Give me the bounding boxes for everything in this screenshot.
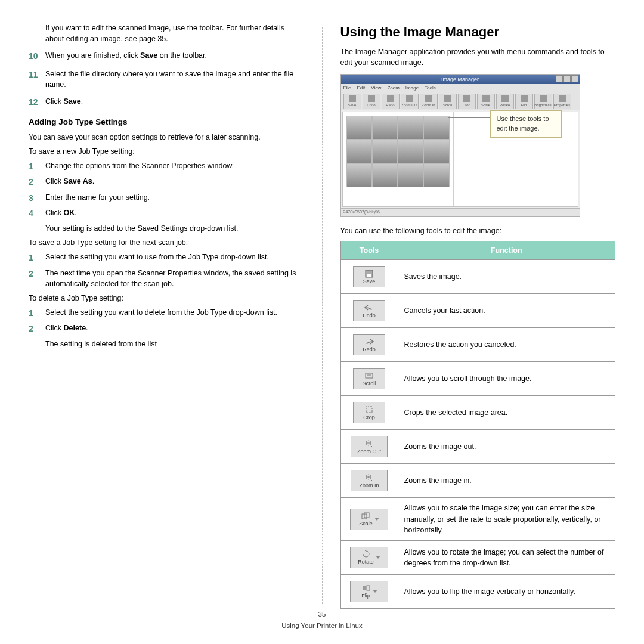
svg-line-5 [370,445,373,447]
flip-tool: Flip [350,581,388,602]
tb-zoomout: Zoom Out [401,94,419,109]
step-10: 10 When you are finished, click Save on … [29,50,304,62]
tb-scroll: Scroll [439,94,457,109]
svg-rect-13 [363,586,366,590]
paragraph: To save a new Job Type setting: [29,146,304,157]
substep: 2Click Delete. [29,323,304,335]
note: Your setting is added to the Saved Setti… [29,223,304,234]
tb-scale: Scale [477,94,495,109]
table-row: Rotate Allows you to rotate the image; y… [340,540,615,574]
zoom-out-tool: Zoom Out [351,436,388,457]
paragraph: To delete a Job Type setting: [29,293,304,304]
substep: 4Click OK. [29,208,304,219]
table-row: RedoRestores the action you canceled. [340,328,615,362]
table-row: UndoCancels your last action. [340,294,615,328]
tb-redo: Redo [382,94,400,109]
dropdown-arrow-icon [373,590,377,593]
table-row: Zoom OutZooms the image out. [340,430,615,464]
image-manager-screenshot: Image Manager FileEditViewZoomImageTools… [340,74,580,217]
substep: 2Click Save As. [29,176,304,188]
th-function: Function [398,242,615,260]
status-bar: 2478×3507(8-bit)96 [341,208,580,216]
undo-icon [364,304,374,312]
table-row: CropCrops the selected image area. [340,396,615,430]
tb-save: Save [343,94,361,109]
scale-tool: Scale [350,509,388,530]
table-intro: You can use the following tools to edit … [340,225,616,236]
zoom-in-icon [364,473,374,482]
column-divider [322,27,323,604]
window-title: Image Manager [341,75,580,84]
table-row: ScrollAllows you to scroll through the i… [340,362,615,396]
svg-line-8 [370,479,373,481]
svg-rect-1 [367,274,371,277]
page-number: 35 [0,609,644,620]
tb-flip: Flip [515,94,533,109]
table-row: SaveSaves the image. [340,260,615,294]
thumbnail-panel [343,112,454,206]
tools-table: Tools Function SaveSaves the image. Undo… [340,241,616,609]
table-row: Zoom InZooms the image in. [340,464,615,498]
step-11: 11 Select the file directory where you w… [29,69,304,90]
note: The setting is deleted from the list [29,339,304,349]
dropdown-arrow-icon [376,556,380,559]
substep: 1Select the setting you want to use from… [29,252,304,264]
paragraph: You can save your scan option settings t… [29,132,304,143]
heading-image-manager: Using the Image Manager [340,23,616,42]
substep: 3Enter the name for your setting. [29,192,304,204]
heading-job-type: Adding Job Type Settings [29,116,304,128]
paragraph: To save a Job Type setting for the next … [29,237,304,248]
tb-zoomin: Zoom In [420,94,438,109]
callout-box: Use these tools to edit the image. [490,110,562,138]
flip-icon [361,584,371,592]
tb-brightness: Brightness [534,94,552,109]
menu-bar: FileEditViewZoomImageTools [341,84,580,92]
tb-crop: Crop [458,94,476,109]
callout-line [448,117,490,118]
step-12: 12 Click Save. [29,96,304,108]
crop-tool: Crop [353,402,385,423]
intro-text: If you want to edit the scanned image, u… [29,23,304,44]
footer: 35 Using Your Printer in Linux [0,609,644,631]
save-tool: Save [353,266,385,287]
scroll-tool: Scroll [353,368,385,389]
svg-rect-14 [367,586,370,590]
dropdown-arrow-icon [374,518,379,521]
rotate-icon [361,550,371,558]
substep: 1Select the setting you want to delete f… [29,307,304,319]
window-controls [556,75,578,82]
tb-rotate: Rotate [496,94,514,109]
table-row: Scale Allows you to scale the image size… [340,498,615,540]
substep: 1Change the options from the Scanner Pro… [29,160,304,172]
substep: 2The next time you open the Scanner Prop… [29,268,304,289]
footer-title: Using Your Printer in Linux [0,621,644,631]
svg-rect-3 [366,407,372,413]
crop-icon [364,405,374,414]
redo-icon [364,338,374,346]
zoom-in-tool: Zoom In [351,470,388,491]
undo-tool: Undo [353,300,385,321]
th-tools: Tools [340,242,398,260]
scale-icon [361,512,370,520]
zoom-out-icon [364,439,374,448]
tb-properties: Properties [553,94,571,109]
scroll-icon [364,371,374,380]
tb-undo: Undo [363,94,380,109]
redo-tool: Redo [353,334,385,355]
rotate-tool: Rotate [350,547,388,568]
toolbar: Save Undo Redo Zoom Out Zoom In Scroll C… [341,92,580,110]
paragraph: The Image Manager application provides y… [340,47,616,68]
save-icon [364,270,374,278]
table-row: Flip Allows you to flip the image vertic… [340,574,615,608]
